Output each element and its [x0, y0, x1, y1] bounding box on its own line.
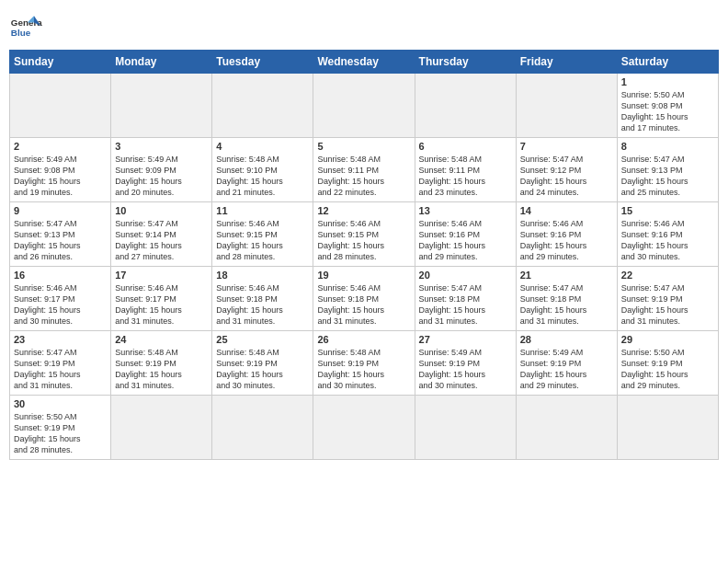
day-number: 8: [621, 141, 714, 152]
day-number: 18: [216, 270, 309, 281]
day-header-sunday: Sunday: [10, 51, 111, 74]
day-cell: 29Sunrise: 5:50 AM Sunset: 9:19 PM Dayli…: [617, 331, 718, 396]
day-info: Sunrise: 5:48 AM Sunset: 9:11 PM Dayligh…: [419, 154, 512, 199]
day-cell: 20Sunrise: 5:47 AM Sunset: 9:18 PM Dayli…: [415, 267, 516, 331]
day-header-saturday: Saturday: [617, 51, 718, 74]
day-info: Sunrise: 5:49 AM Sunset: 9:19 PM Dayligh…: [419, 347, 512, 392]
day-info: Sunrise: 5:47 AM Sunset: 9:19 PM Dayligh…: [621, 282, 714, 327]
day-info: Sunrise: 5:47 AM Sunset: 9:13 PM Dayligh…: [14, 218, 107, 263]
week-row-3: 16Sunrise: 5:46 AM Sunset: 9:17 PM Dayli…: [10, 267, 719, 331]
day-header-tuesday: Tuesday: [212, 51, 313, 74]
day-cell: 2Sunrise: 5:49 AM Sunset: 9:08 PM Daylig…: [10, 138, 111, 202]
day-header-friday: Friday: [516, 51, 617, 74]
week-row-0: 1Sunrise: 5:50 AM Sunset: 9:08 PM Daylig…: [10, 74, 719, 138]
day-header-monday: Monday: [111, 51, 212, 74]
day-number: 12: [317, 205, 410, 216]
day-cell: 11Sunrise: 5:46 AM Sunset: 9:15 PM Dayli…: [212, 202, 313, 267]
day-info: Sunrise: 5:46 AM Sunset: 9:17 PM Dayligh…: [115, 282, 208, 327]
day-number: 24: [115, 334, 208, 345]
day-cell: 22Sunrise: 5:47 AM Sunset: 9:19 PM Dayli…: [617, 267, 718, 331]
week-row-4: 23Sunrise: 5:47 AM Sunset: 9:19 PM Dayli…: [10, 331, 719, 396]
day-cell: 3Sunrise: 5:49 AM Sunset: 9:09 PM Daylig…: [111, 138, 212, 202]
day-number: 11: [216, 205, 309, 216]
day-number: 3: [115, 141, 208, 152]
day-cell: 8Sunrise: 5:47 AM Sunset: 9:13 PM Daylig…: [617, 138, 718, 202]
day-cell: 5Sunrise: 5:48 AM Sunset: 9:11 PM Daylig…: [313, 138, 415, 202]
day-cell: 24Sunrise: 5:48 AM Sunset: 9:19 PM Dayli…: [111, 331, 212, 396]
day-cell: 15Sunrise: 5:46 AM Sunset: 9:16 PM Dayli…: [617, 202, 718, 267]
day-number: 19: [317, 270, 410, 281]
day-number: 30: [14, 398, 107, 409]
week-row-1: 2Sunrise: 5:49 AM Sunset: 9:08 PM Daylig…: [10, 138, 719, 202]
day-cell: 27Sunrise: 5:49 AM Sunset: 9:19 PM Dayli…: [415, 331, 516, 396]
day-info: Sunrise: 5:48 AM Sunset: 9:19 PM Dayligh…: [317, 347, 410, 392]
day-number: 6: [419, 141, 512, 152]
day-info: Sunrise: 5:48 AM Sunset: 9:10 PM Dayligh…: [216, 154, 309, 199]
day-cell: [415, 396, 516, 460]
day-info: Sunrise: 5:46 AM Sunset: 9:18 PM Dayligh…: [216, 282, 309, 327]
logo: General Blue: [9, 9, 42, 42]
day-number: 15: [621, 205, 714, 216]
day-cell: [516, 396, 617, 460]
day-number: 4: [216, 141, 309, 152]
day-info: Sunrise: 5:49 AM Sunset: 9:19 PM Dayligh…: [520, 347, 613, 392]
header-row: SundayMondayTuesdayWednesdayThursdayFrid…: [10, 51, 719, 74]
day-number: 26: [317, 334, 410, 345]
day-cell: [111, 396, 212, 460]
day-info: Sunrise: 5:47 AM Sunset: 9:12 PM Dayligh…: [520, 154, 613, 199]
day-cell: 21Sunrise: 5:47 AM Sunset: 9:18 PM Dayli…: [516, 267, 617, 331]
day-info: Sunrise: 5:50 AM Sunset: 9:08 PM Dayligh…: [621, 89, 714, 134]
day-info: Sunrise: 5:49 AM Sunset: 9:08 PM Dayligh…: [14, 154, 107, 199]
day-number: 16: [14, 270, 107, 281]
day-info: Sunrise: 5:46 AM Sunset: 9:16 PM Dayligh…: [520, 218, 613, 263]
day-info: Sunrise: 5:50 AM Sunset: 9:19 PM Dayligh…: [621, 347, 714, 392]
day-info: Sunrise: 5:47 AM Sunset: 9:13 PM Dayligh…: [621, 154, 714, 199]
day-cell: [111, 74, 212, 138]
day-number: 22: [621, 270, 714, 281]
day-info: Sunrise: 5:48 AM Sunset: 9:19 PM Dayligh…: [216, 347, 309, 392]
day-cell: [10, 74, 111, 138]
day-cell: 12Sunrise: 5:46 AM Sunset: 9:15 PM Dayli…: [313, 202, 415, 267]
day-number: 7: [520, 141, 613, 152]
day-info: Sunrise: 5:47 AM Sunset: 9:14 PM Dayligh…: [115, 218, 208, 263]
day-number: 5: [317, 141, 410, 152]
day-cell: 4Sunrise: 5:48 AM Sunset: 9:10 PM Daylig…: [212, 138, 313, 202]
day-number: 9: [14, 205, 107, 216]
day-info: Sunrise: 5:47 AM Sunset: 9:19 PM Dayligh…: [14, 347, 107, 392]
day-number: 20: [419, 270, 512, 281]
week-row-2: 9Sunrise: 5:47 AM Sunset: 9:13 PM Daylig…: [10, 202, 719, 267]
day-cell: 6Sunrise: 5:48 AM Sunset: 9:11 PM Daylig…: [415, 138, 516, 202]
day-info: Sunrise: 5:46 AM Sunset: 9:16 PM Dayligh…: [419, 218, 512, 263]
day-cell: 30Sunrise: 5:50 AM Sunset: 9:19 PM Dayli…: [10, 396, 111, 460]
day-info: Sunrise: 5:46 AM Sunset: 9:16 PM Dayligh…: [621, 218, 714, 263]
day-cell: 19Sunrise: 5:46 AM Sunset: 9:18 PM Dayli…: [313, 267, 415, 331]
day-info: Sunrise: 5:48 AM Sunset: 9:11 PM Dayligh…: [317, 154, 410, 199]
day-cell: 16Sunrise: 5:46 AM Sunset: 9:17 PM Dayli…: [10, 267, 111, 331]
day-cell: 13Sunrise: 5:46 AM Sunset: 9:16 PM Dayli…: [415, 202, 516, 267]
day-cell: [516, 74, 617, 138]
week-row-5: 30Sunrise: 5:50 AM Sunset: 9:19 PM Dayli…: [10, 396, 719, 460]
day-header-thursday: Thursday: [415, 51, 516, 74]
day-info: Sunrise: 5:46 AM Sunset: 9:15 PM Dayligh…: [216, 218, 309, 263]
day-info: Sunrise: 5:46 AM Sunset: 9:18 PM Dayligh…: [317, 282, 410, 327]
day-cell: [212, 74, 313, 138]
day-number: 2: [14, 141, 107, 152]
general-blue-icon: General Blue: [9, 9, 42, 42]
day-number: 23: [14, 334, 107, 345]
day-number: 25: [216, 334, 309, 345]
day-cell: 14Sunrise: 5:46 AM Sunset: 9:16 PM Dayli…: [516, 202, 617, 267]
day-cell: 9Sunrise: 5:47 AM Sunset: 9:13 PM Daylig…: [10, 202, 111, 267]
day-cell: 26Sunrise: 5:48 AM Sunset: 9:19 PM Dayli…: [313, 331, 415, 396]
day-info: Sunrise: 5:47 AM Sunset: 9:18 PM Dayligh…: [419, 282, 512, 327]
day-info: Sunrise: 5:46 AM Sunset: 9:15 PM Dayligh…: [317, 218, 410, 263]
day-number: 28: [520, 334, 613, 345]
day-cell: [313, 396, 415, 460]
day-cell: 18Sunrise: 5:46 AM Sunset: 9:18 PM Dayli…: [212, 267, 313, 331]
day-info: Sunrise: 5:50 AM Sunset: 9:19 PM Dayligh…: [14, 411, 107, 456]
day-info: Sunrise: 5:48 AM Sunset: 9:19 PM Dayligh…: [115, 347, 208, 392]
day-number: 17: [115, 270, 208, 281]
calendar-table: SundayMondayTuesdayWednesdayThursdayFrid…: [9, 50, 719, 460]
day-number: 13: [419, 205, 512, 216]
day-number: 29: [621, 334, 714, 345]
page-header: General Blue: [9, 9, 719, 42]
